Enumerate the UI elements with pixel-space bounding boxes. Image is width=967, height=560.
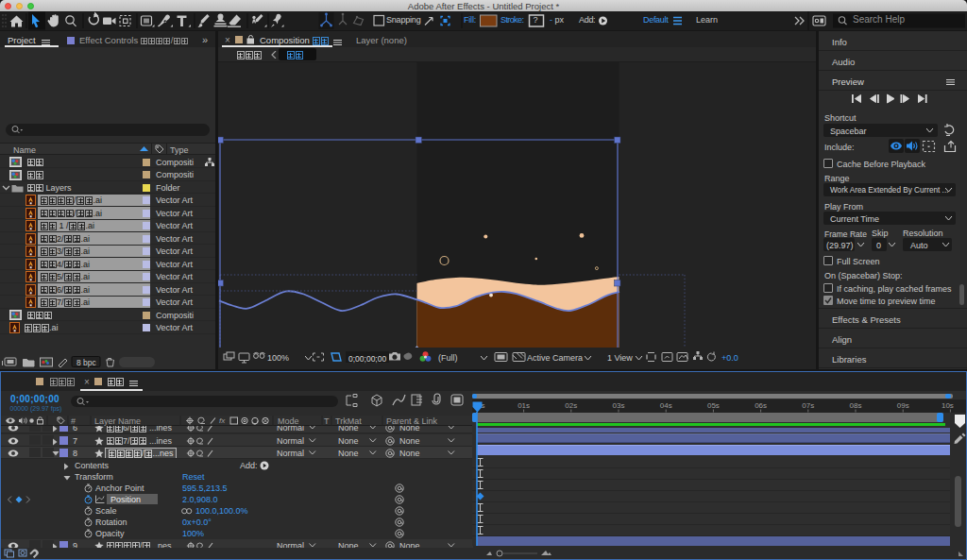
svg-text:07s: 07s: [802, 401, 814, 410]
svg-text:05s: 05s: [707, 401, 720, 410]
svg-text:09s: 09s: [897, 401, 909, 410]
svg-text:01s: 01s: [517, 401, 530, 410]
svg-text:08s: 08s: [850, 401, 862, 410]
svg-text:02s: 02s: [565, 401, 577, 410]
svg-text:04s: 04s: [660, 401, 672, 410]
svg-text:10s: 10s: [942, 401, 954, 410]
svg-text:03s: 03s: [613, 401, 625, 410]
svg-text:06s: 06s: [755, 401, 767, 410]
